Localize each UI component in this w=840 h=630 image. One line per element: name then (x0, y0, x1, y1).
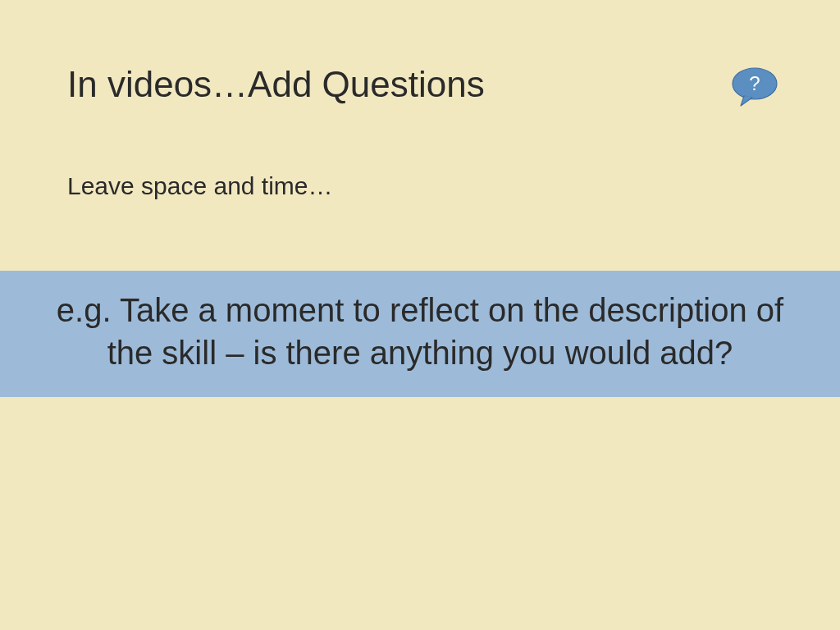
slide-title: In videos…Add Questions (67, 64, 485, 105)
callout-text: e.g. Take a moment to reflect on the des… (30, 289, 810, 374)
callout-band: e.g. Take a moment to reflect on the des… (0, 271, 840, 397)
slide-subtitle: Leave space and time… (67, 172, 333, 200)
svg-point-0 (733, 68, 777, 99)
speech-bubble-icon (731, 67, 778, 107)
